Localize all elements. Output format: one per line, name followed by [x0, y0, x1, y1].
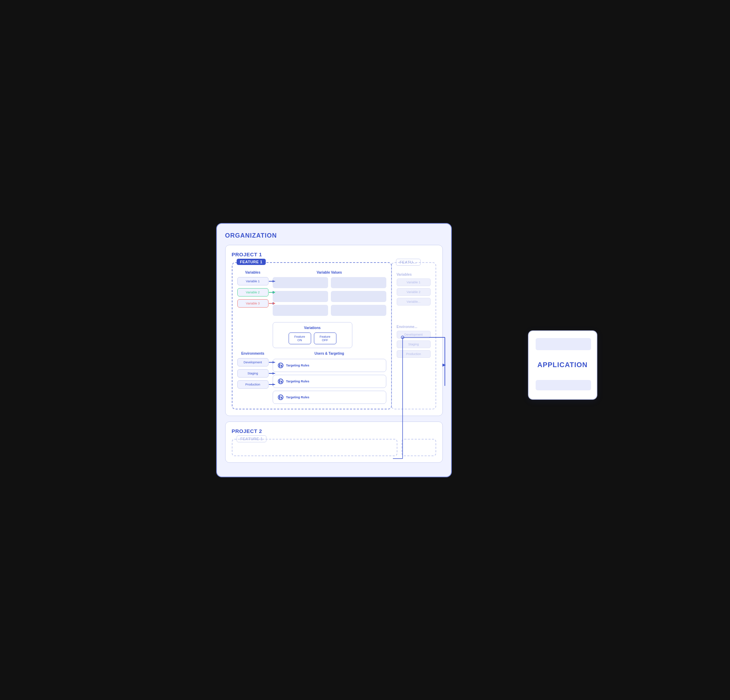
feature2-env2: Staging	[397, 340, 431, 348]
targeting-icon-3	[278, 395, 283, 400]
targeting-item-2: Targeting Rules	[273, 375, 386, 388]
feature2-ghost-box: FEATU... Variables Variable 1 Variable 2…	[391, 262, 436, 410]
p2-feature1-box: FEATURE 1	[232, 439, 397, 456]
org-box: ORGANIZATION PROJECT 1 FEATURE 1 Variabl…	[216, 223, 452, 477]
variable2-item: Variable 2	[237, 288, 269, 296]
feature2-vars-title: Variables	[397, 273, 431, 276]
targeting-label-1: Targeting Rules	[286, 364, 310, 367]
svg-rect-0	[279, 364, 280, 367]
feature2-ghost-label: FEATU...	[396, 259, 420, 265]
svg-rect-3	[281, 381, 282, 383]
targeting-col: Users & Targeting Targeting Rules	[273, 351, 386, 404]
val-row-1	[273, 277, 386, 288]
env-development: Development	[237, 358, 269, 366]
feature2-env-title: Environme...	[397, 325, 431, 329]
project2-box: PROJECT 2 FEATURE 1	[225, 421, 443, 463]
val-box-1b	[331, 277, 386, 288]
feature2-env3: Production	[397, 350, 431, 358]
variations-title: Variations	[276, 326, 349, 330]
application-box: APPLICATION	[528, 330, 597, 400]
val-box-2b	[331, 291, 386, 302]
val-box-2a	[273, 291, 328, 302]
val-row-3	[273, 305, 386, 316]
targeting-title: Users & Targeting	[273, 351, 386, 355]
arrow-v1	[269, 281, 275, 281]
targeting-icon-svg-3	[279, 395, 282, 399]
variation-on: FeatureON	[289, 332, 311, 344]
variables-section-title: Variables	[237, 271, 269, 274]
variation-row: FeatureON FeatureOFF	[276, 332, 349, 344]
val-box-3a	[273, 305, 328, 316]
svg-rect-2	[279, 380, 280, 383]
var-values-col: Variable Values	[273, 271, 386, 319]
p2-feature2-box	[402, 439, 436, 456]
targeting-icon-svg-2	[279, 380, 282, 383]
variable3-item: Variable 3	[237, 299, 269, 308]
arrow-env-prod	[269, 384, 275, 385]
arrow-env-dev	[269, 362, 275, 363]
targeting-icon-1	[278, 363, 283, 368]
arrow-head-v2	[273, 291, 275, 294]
targeting-label-2: Targeting Rules	[286, 380, 310, 383]
feature1-label: FEATURE 1	[237, 259, 266, 265]
targeting-icon-svg-1	[279, 364, 282, 367]
targeting-label-3: Targeting Rules	[286, 395, 310, 399]
targeting-item-1: Targeting Rules	[273, 359, 386, 372]
svg-rect-5	[281, 397, 282, 399]
variables-values-row: Variables Variable 1 Variable 2	[237, 271, 386, 319]
app-bg-bar3	[536, 380, 591, 390]
variables-col: Variables Variable 1 Variable 2	[237, 271, 269, 319]
feature2-envs: Environme... Development Staging Product…	[397, 325, 431, 360]
var-values-title: Variable Values	[273, 271, 386, 274]
main-container: ORGANIZATION PROJECT 1 FEATURE 1 Variabl…	[209, 216, 521, 484]
env-col: Environments Development Staging Product…	[237, 351, 269, 391]
svg-rect-4	[279, 396, 280, 399]
variable1-item: Variable 1	[237, 277, 269, 286]
feature2-var2: Variable 2	[397, 288, 431, 296]
app-bg-bar1	[536, 338, 591, 350]
project1-box: PROJECT 1 FEATURE 1 Variables Variable 1	[225, 245, 443, 416]
env-production: Production	[237, 380, 269, 389]
arrow-env-staging	[269, 373, 275, 374]
val-box-1a	[273, 277, 328, 288]
svg-rect-1	[281, 365, 282, 367]
feature1-box: FEATURE 1 Variables Variable 1 Va	[232, 262, 392, 410]
project1-title: PROJECT 1	[232, 251, 436, 257]
targeting-item-3: Targeting Rules	[273, 391, 386, 404]
env-title: Environments	[237, 351, 269, 355]
env-staging: Staging	[237, 369, 269, 378]
variations-section: Variations FeatureON FeatureOFF	[273, 322, 352, 348]
p2-feature1-label: FEATURE 1	[237, 435, 267, 442]
feature2-var1: Variable 1	[397, 279, 431, 286]
val-row-2	[273, 291, 386, 302]
feature2-env1: Development	[397, 331, 431, 338]
arrow-head-v3	[273, 302, 275, 305]
application-title: APPLICATION	[537, 361, 588, 369]
org-title: ORGANIZATION	[225, 232, 443, 239]
bottom-section: Environments Development Staging Product…	[237, 351, 386, 404]
feature2-vars: Variables Variable 1 Variable 2 Variable…	[397, 273, 431, 308]
project2-title: PROJECT 2	[232, 428, 436, 434]
val-box-3b	[331, 305, 386, 316]
project2-inner: FEATURE 1	[232, 439, 436, 456]
feature2-var3: Variable...	[397, 298, 431, 305]
variation-off: FeatureOFF	[314, 332, 336, 344]
project1-inner: FEATURE 1 Variables Variable 1 Va	[232, 262, 436, 410]
targeting-icon-2	[278, 379, 283, 384]
